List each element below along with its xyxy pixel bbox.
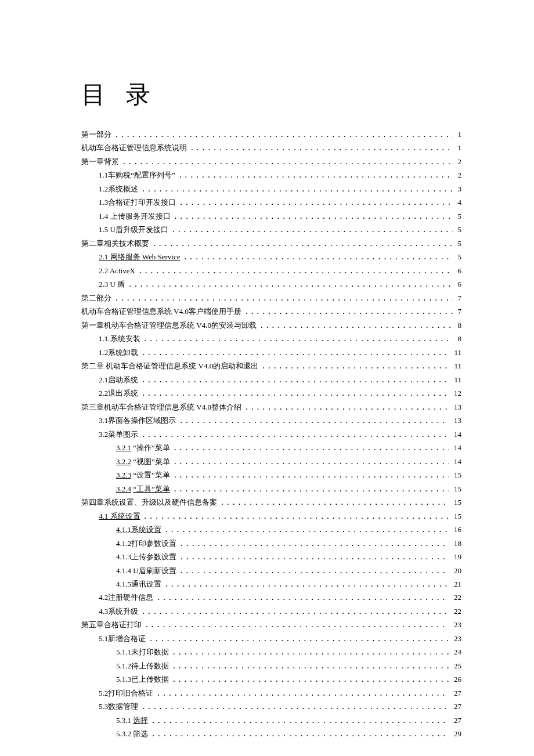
- toc-label: 4.1.5通讯设置: [116, 578, 161, 591]
- toc-page-number: 6: [456, 278, 462, 291]
- toc-label: 第三章机动车合格证管理信息系统 V4.0整体介绍: [81, 401, 241, 414]
- toc-entry: 第二部分7: [81, 292, 461, 305]
- toc-leader-dots: [141, 374, 449, 386]
- toc-entry: 4.2注册硬件信息 22: [81, 591, 461, 604]
- toc-entry: 5.1.2待上传数据 25: [81, 660, 461, 672]
- toc-leader-dots: [173, 483, 449, 495]
- toc-entry: 4.1.4 U盾刷新设置20: [81, 565, 461, 577]
- toc-leader-dots: [141, 700, 449, 713]
- toc-entry: 5.1.3已上传数据 26: [81, 673, 461, 686]
- toc-label: 第二章相关技术概要: [81, 237, 149, 250]
- toc-leader-dots: [220, 496, 449, 509]
- toc-entry: 3.2.2 “视图”菜单 14: [81, 455, 461, 468]
- toc-page-number: 4: [456, 196, 462, 209]
- toc-page-number: 25: [452, 660, 461, 672]
- toc-page-number: 14: [452, 455, 461, 468]
- toc-leader-dots: [179, 551, 449, 563]
- toc-entry: 1.5 U盾升级开发接口 5: [81, 223, 461, 236]
- toc-entry: 4.1.5通讯设置 21: [81, 578, 461, 591]
- toc-label: 5.1.3已上传数据: [116, 673, 169, 686]
- toc-entry: 机动车合格证管理信息系统 V4.0客户端使用手册 7: [81, 305, 461, 318]
- toc-entry: 第一章机动车合格证管理信息系统 V4.0的安装与卸载8: [81, 319, 461, 332]
- toc-page-number: 1: [456, 128, 462, 141]
- toc-leader-dots: [164, 578, 449, 591]
- toc-leader-dots: [156, 591, 449, 604]
- toc-label: 4.1 系统设置: [99, 510, 140, 523]
- toc-label: 5.1新增合格证: [99, 632, 146, 645]
- toc-leader-dots: [179, 565, 449, 577]
- toc-page-number: 18: [452, 537, 461, 550]
- toc-entry: 1.2系统概述3: [81, 183, 461, 196]
- toc-entry: 4.1.1系统设置 16: [81, 523, 461, 536]
- toc-label: 3.2菜单图示: [99, 428, 138, 441]
- toc-leader-dots: [244, 305, 453, 318]
- toc-label: 5.3数据管理: [99, 700, 138, 713]
- toc-page-number: 11: [452, 346, 461, 359]
- toc-label: 第一章机动车合格证管理信息系统 V4.0的安装与卸载: [81, 319, 257, 332]
- toc-leader-dots: [143, 332, 453, 345]
- toc-entry: 第一章背景2: [81, 155, 461, 168]
- toc-page-number: 11: [452, 374, 461, 386]
- toc-label: 1.5 U盾升级开发接口: [99, 223, 168, 236]
- toc-label: 1.4 上传服务开发接口: [99, 210, 171, 223]
- toc-leader-dots: [172, 646, 449, 659]
- toc-label: 机动车合格证管理信息系统说明: [81, 142, 187, 154]
- toc-label: 4.2注册硬件信息: [99, 591, 153, 604]
- toc-page-number: 29: [452, 728, 461, 740]
- toc-entry: 1.1车购税“配置序列号” 2: [81, 169, 461, 182]
- toc-label: 5.3.1 选择: [116, 714, 148, 727]
- toc-page-number: 26: [452, 673, 461, 686]
- toc-title: 目 录: [81, 78, 461, 111]
- toc-page-number: 13: [452, 414, 461, 427]
- toc-leader-dots: [183, 251, 452, 263]
- toc-label: 3.1界面各操作区域图示: [99, 414, 176, 427]
- toc-label: 3.2.4 “工具”菜单: [116, 483, 170, 495]
- toc-leader-dots: [141, 183, 452, 196]
- toc-label: 1.1车购税“配置序列号”: [99, 169, 175, 182]
- toc-entry: 第二章 机动车合格证管理信息系统 V4.0的启动和退出 11: [81, 360, 461, 372]
- toc-leader-dots: [171, 223, 453, 236]
- toc-entry: 3.2.4 “工具”菜单 15: [81, 483, 461, 495]
- toc-leader-dots: [128, 278, 452, 291]
- toc-entry: 2.1 网络服务 Web Service 5: [81, 251, 461, 263]
- toc-leader-dots: [173, 455, 449, 468]
- toc-page-number: 16: [452, 523, 461, 536]
- toc-page-number: 19: [452, 551, 461, 563]
- toc-page-number: 27: [452, 687, 461, 700]
- toc-label: 第二部分: [81, 292, 111, 305]
- toc-leader-dots: [173, 469, 449, 482]
- toc-page-number: 14: [452, 428, 461, 441]
- toc-entry: 第一部分1: [81, 128, 461, 141]
- toc-page-number: 15: [452, 510, 461, 523]
- toc-page-number: 27: [452, 714, 461, 727]
- toc-label: 5.1.2待上传数据: [116, 660, 169, 672]
- toc-page-number: 7: [456, 292, 462, 305]
- toc-entry: 4.1 系统设置 15: [81, 510, 461, 523]
- toc-page-number: 15: [452, 469, 461, 482]
- toc-leader-dots: [143, 510, 449, 523]
- toc-label: 2.1 网络服务 Web Service: [99, 251, 180, 263]
- toc-page-number: 2: [456, 169, 462, 182]
- toc-entry: 4.1.3上传参数设置 19: [81, 551, 461, 563]
- toc-page-number: 11: [452, 360, 461, 372]
- toc-page-number: 20: [452, 565, 461, 577]
- toc-page-number: 6: [456, 265, 462, 277]
- toc-label: 4.1.3上传参数设置: [116, 551, 176, 563]
- toc-leader-dots: [151, 714, 449, 727]
- toc-entry: 5.3.2 筛选 29: [81, 728, 461, 740]
- toc-leader-dots: [172, 660, 449, 672]
- toc-entry: 3.2菜单图示 14: [81, 428, 461, 441]
- toc-entry: 第四章系统设置、升级以及硬件信息备案 15: [81, 496, 461, 509]
- toc-leader-dots: [141, 605, 449, 618]
- toc-leader-dots: [141, 346, 449, 359]
- toc-label: 机动车合格证管理信息系统 V4.0客户端使用手册: [81, 305, 241, 318]
- toc-page-number: 5: [456, 251, 462, 263]
- toc-label: 3.2.1 “操作”菜单: [116, 442, 170, 454]
- toc-entry: 4.1.2打印参数设置 18: [81, 537, 461, 550]
- toc-leader-dots: [261, 360, 449, 372]
- toc-page-number: 14: [452, 442, 461, 454]
- toc-page-number: 5: [456, 210, 462, 223]
- toc-page-number: 13: [452, 401, 461, 414]
- toc-entry: 机动车合格证管理信息系统说明 1: [81, 142, 461, 154]
- toc-label: 4.1.4 U盾刷新设置: [116, 565, 176, 577]
